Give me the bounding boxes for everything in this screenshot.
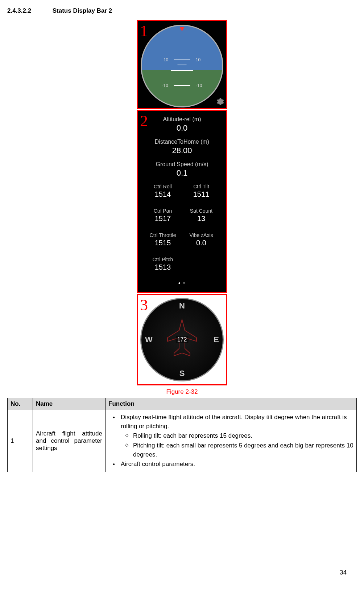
panel-number-1: 1 bbox=[140, 22, 148, 40]
ctrl-pitch-label: Ctrl Pitch bbox=[144, 257, 182, 262]
pitch-label-10u-r: 10 bbox=[196, 57, 200, 62]
sat-count-value: 13 bbox=[182, 214, 220, 223]
ctrl-roll-label: Ctrl Roll bbox=[144, 184, 182, 189]
ctrl-pan-label: Ctrl Pan bbox=[144, 208, 182, 214]
compass-heading-value: 172 bbox=[176, 336, 189, 343]
compass-dial: N S E W 172 bbox=[140, 298, 224, 381]
horizon-line bbox=[171, 70, 193, 71]
pitch-label-10d-l: -10 bbox=[162, 83, 168, 88]
attitude-top-marker-icon bbox=[179, 27, 185, 31]
th-function: Function bbox=[106, 398, 357, 410]
pitch-label-10u-l: 10 bbox=[164, 57, 168, 62]
ctrl-tilt-value: 1511 bbox=[182, 190, 220, 199]
th-no: No. bbox=[8, 398, 33, 410]
compass-north-label: N bbox=[179, 301, 185, 311]
pitch-line-10-up bbox=[174, 60, 190, 60]
bullet-item: Aircraft control parameters. bbox=[108, 460, 353, 469]
section-header: 2.4.3.2.2 Status Display Bar 2 bbox=[7, 7, 357, 15]
description-table: No. Name Function 1 Aircraft flight atti… bbox=[7, 398, 357, 472]
figure-caption: Figure 2-32 bbox=[7, 388, 357, 396]
compass-panel: 3 N S E W 172 bbox=[137, 294, 227, 385]
ctrl-pitch-value: 1513 bbox=[144, 263, 182, 271]
vibe-z-label: Vibe zAxis bbox=[182, 232, 220, 238]
pitch-line-5-up bbox=[178, 65, 187, 65]
ctrl-throttle-label: Ctrl Throttle bbox=[144, 232, 182, 238]
panel-number-3: 3 bbox=[140, 296, 148, 314]
ctrl-roll-value: 1514 bbox=[144, 190, 182, 199]
compass-east-label: E bbox=[214, 335, 219, 344]
cell-no: 1 bbox=[8, 410, 33, 472]
figure-container: 1 10 10 -10 -10 2 bbox=[7, 20, 357, 386]
compass-west-label: W bbox=[145, 335, 153, 344]
altitude-value: 0.0 bbox=[141, 123, 223, 133]
distance-label: DistanceToHome (m) bbox=[141, 139, 223, 145]
ctrl-tilt-label: Ctrl Tilt bbox=[182, 184, 220, 189]
pagination-dots-icon: ● ○ bbox=[141, 281, 223, 285]
bullet-item: Display real-time flight attitude of the… bbox=[108, 413, 353, 459]
cell-name: Aircraft flight attitude and control par… bbox=[33, 410, 106, 472]
cell-function: Display real-time flight attitude of the… bbox=[106, 410, 357, 472]
table-row: 1 Aircraft flight attitude and control p… bbox=[8, 410, 357, 472]
attitude-panel: 1 10 10 -10 -10 bbox=[137, 20, 227, 109]
section-title: Status Display Bar 2 bbox=[53, 7, 112, 14]
section-number: 2.4.3.2.2 bbox=[7, 7, 51, 15]
distance-value: 28.00 bbox=[141, 146, 223, 155]
vibe-z-value: 0.0 bbox=[182, 239, 220, 247]
compass-south-label: S bbox=[179, 369, 185, 378]
attitude-ball: 10 10 -10 -10 bbox=[141, 25, 223, 107]
ctrl-pan-value: 1517 bbox=[144, 214, 182, 223]
th-name: Name bbox=[33, 398, 106, 410]
telemetry-panel: 2 Altitude-rel (m) 0.0 DistanceToHome (m… bbox=[137, 110, 227, 293]
ctrl-throttle-value: 1515 bbox=[144, 239, 182, 247]
sub-bullet-item: Pitching tilt: each small bar represents… bbox=[121, 441, 353, 459]
panel-number-2: 2 bbox=[140, 112, 148, 130]
gear-icon[interactable] bbox=[215, 97, 225, 107]
altitude-label: Altitude-rel (m) bbox=[141, 116, 223, 123]
speed-value: 0.1 bbox=[141, 168, 223, 178]
speed-label: Ground Speed (m/s) bbox=[141, 161, 223, 168]
page-number: 34 bbox=[340, 569, 347, 576]
sat-count-label: Sat Count bbox=[182, 208, 220, 214]
pitch-line-10-down bbox=[174, 85, 190, 86]
pitch-label-10d-r: -10 bbox=[196, 83, 202, 88]
sub-bullet-item: Rolling tilt: each bar represents 15 deg… bbox=[121, 431, 353, 441]
